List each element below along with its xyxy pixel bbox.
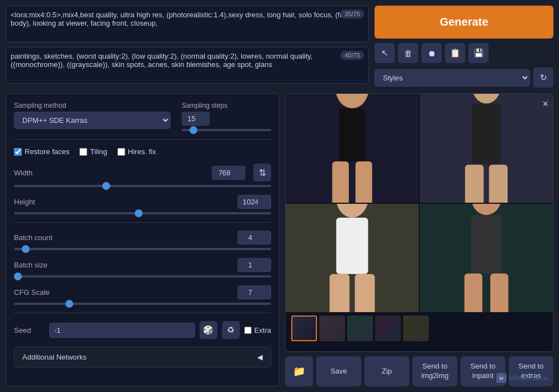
watermark-logo: M bbox=[496, 373, 506, 383]
batch-size-slider-row bbox=[14, 275, 271, 278]
positive-prompt-box: 35/75 bbox=[6, 6, 369, 42]
record-icon-button[interactable]: ⏺ bbox=[421, 43, 442, 63]
sampling-steps-group: Sampling steps bbox=[182, 102, 271, 131]
sampling-method-group: Sampling method DPM++ SDE Karras bbox=[14, 102, 170, 129]
height-slider[interactable] bbox=[14, 212, 271, 214]
hires-fix-checkbox[interactable] bbox=[117, 148, 125, 156]
cfg-scale-group: CFG Scale bbox=[14, 285, 271, 305]
svg-rect-2 bbox=[339, 108, 366, 161]
negative-prompt-input[interactable] bbox=[11, 52, 364, 77]
trash-icon-button[interactable]: 🗑 bbox=[398, 43, 418, 63]
svg-rect-13 bbox=[330, 274, 350, 312]
save-icon-button[interactable]: 💾 bbox=[468, 43, 489, 63]
batch-size-row: Batch size bbox=[14, 258, 271, 272]
seed-input[interactable] bbox=[49, 323, 195, 338]
left-controls: Sampling method DPM++ SDE Karras Samplin… bbox=[6, 93, 280, 386]
top-section: 35/75 40/75 Generate ↖ 🗑 ⏺ 📋 💾 Styles ↻ bbox=[0, 0, 559, 93]
batch-size-label: Batch size bbox=[14, 261, 48, 269]
cfg-scale-input[interactable] bbox=[238, 285, 271, 299]
batch-count-input[interactable] bbox=[238, 231, 271, 245]
image-cell-2 bbox=[420, 94, 553, 203]
generate-button[interactable]: Generate bbox=[375, 6, 553, 39]
svg-rect-17 bbox=[471, 215, 502, 274]
restore-faces-checkbox[interactable] bbox=[14, 148, 22, 156]
image-cell-3 bbox=[286, 204, 419, 313]
image-4-svg bbox=[420, 204, 553, 313]
svg-rect-18 bbox=[465, 273, 482, 312]
sampling-steps-input[interactable] bbox=[182, 112, 210, 126]
seed-row: Seed 🎲 ♻ Extra bbox=[14, 321, 271, 339]
thumbnail-5[interactable] bbox=[403, 315, 429, 341]
main-section: Sampling method DPM++ SDE Karras Samplin… bbox=[0, 93, 559, 392]
tiling-checkbox-label[interactable]: Tiling bbox=[79, 147, 107, 156]
sampling-method-select[interactable]: DPM++ SDE Karras bbox=[14, 112, 170, 129]
negative-counter: 40/75 bbox=[340, 51, 364, 60]
dice-button[interactable]: 🎲 bbox=[200, 321, 217, 339]
width-input[interactable] bbox=[212, 166, 245, 180]
height-input[interactable] bbox=[238, 195, 271, 209]
thumbnail-3[interactable] bbox=[347, 315, 373, 341]
image-2-svg bbox=[420, 94, 553, 203]
svg-rect-9 bbox=[489, 165, 508, 203]
tiling-label: Tiling bbox=[90, 147, 107, 156]
extra-checkbox-label[interactable]: Extra bbox=[244, 326, 271, 334]
image-1-svg bbox=[286, 94, 419, 203]
tiling-checkbox[interactable] bbox=[79, 148, 87, 156]
width-row: Width ⇅ bbox=[14, 164, 271, 181]
checkboxes-row: Restore faces Tiling Hires. fix bbox=[14, 147, 271, 156]
width-slider[interactable] bbox=[14, 185, 271, 187]
width-slider-row bbox=[14, 185, 271, 187]
thumbnail-1[interactable] bbox=[291, 315, 317, 341]
svg-rect-19 bbox=[490, 273, 508, 312]
batch-count-group: Batch count bbox=[14, 231, 271, 250]
svg-rect-14 bbox=[355, 274, 375, 312]
hires-fix-label: Hires. fix bbox=[128, 147, 157, 156]
svg-rect-12 bbox=[336, 217, 368, 274]
batch-count-slider[interactable] bbox=[14, 248, 271, 250]
save-button[interactable]: Save bbox=[316, 356, 361, 386]
restore-faces-label: Restore faces bbox=[25, 147, 69, 156]
image-3-svg bbox=[286, 204, 419, 313]
extra-label: Extra bbox=[254, 326, 271, 334]
height-label: Height bbox=[14, 198, 45, 206]
hires-fix-checkbox-label[interactable]: Hires. fix bbox=[117, 147, 157, 156]
sampling-steps-row bbox=[182, 112, 271, 126]
batch-count-slider-row bbox=[14, 248, 271, 250]
folder-button[interactable]: 📁 bbox=[285, 356, 313, 386]
width-group: Width ⇅ bbox=[14, 164, 271, 187]
recycle-button[interactable]: ♻ bbox=[222, 321, 240, 339]
close-button[interactable]: × bbox=[542, 98, 548, 110]
sampling-steps-slider[interactable] bbox=[182, 129, 271, 131]
styles-refresh-button[interactable]: ↻ bbox=[533, 68, 553, 88]
batch-size-input[interactable] bbox=[238, 258, 271, 272]
batch-size-slider[interactable] bbox=[14, 275, 271, 278]
positive-counter: 35/75 bbox=[340, 9, 364, 18]
extra-checkbox[interactable] bbox=[244, 327, 252, 334]
sampling-method-label: Sampling method bbox=[14, 102, 170, 109]
height-row: Height bbox=[14, 195, 271, 209]
doc-icon-button[interactable]: 📋 bbox=[445, 43, 465, 63]
toolbar-row: ↖ 🗑 ⏺ 📋 💾 bbox=[375, 43, 553, 63]
restore-faces-checkbox-label[interactable]: Restore faces bbox=[14, 147, 69, 156]
swap-dimensions-button[interactable]: ⇅ bbox=[253, 164, 271, 181]
zip-button[interactable]: Zip bbox=[364, 356, 409, 386]
thumbnail-2[interactable] bbox=[319, 315, 345, 341]
additional-networks-label: Additional Networks bbox=[22, 353, 87, 361]
additional-networks-panel[interactable]: Additional Networks ◀ bbox=[14, 347, 271, 367]
arrow-icon-button[interactable]: ↖ bbox=[375, 43, 395, 63]
cfg-scale-slider[interactable] bbox=[14, 303, 271, 305]
sampling-row: Sampling method DPM++ SDE Karras Samplin… bbox=[14, 102, 271, 131]
svg-rect-3 bbox=[332, 161, 349, 203]
batch-count-row: Batch count bbox=[14, 231, 271, 245]
watermark-text: MRMAD.com.tw bbox=[509, 375, 549, 381]
positive-prompt-input[interactable] bbox=[11, 11, 364, 36]
batch-count-label: Batch count bbox=[14, 233, 53, 242]
styles-select[interactable]: Styles bbox=[375, 69, 530, 87]
svg-rect-7 bbox=[472, 104, 501, 164]
thumbnail-4[interactable] bbox=[375, 315, 401, 341]
send-img2img-button[interactable]: Send to img2img bbox=[413, 356, 457, 386]
right-panel: Generate ↖ 🗑 ⏺ 📋 💾 Styles ↻ bbox=[375, 6, 553, 88]
svg-rect-8 bbox=[465, 165, 484, 203]
seed-label: Seed bbox=[14, 326, 45, 334]
collapse-icon: ◀ bbox=[257, 353, 263, 361]
